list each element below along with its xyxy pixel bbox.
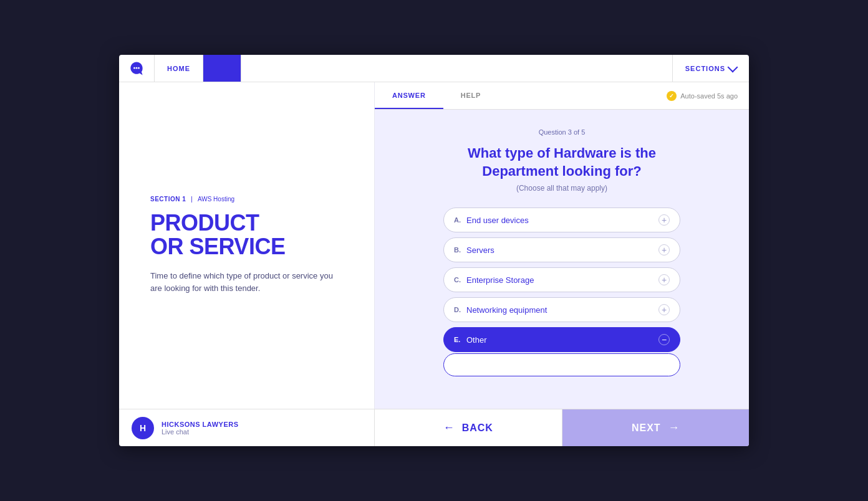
other-text-input[interactable] [443,353,680,376]
option-letter: E. [454,336,466,343]
arrow-right-icon: → [668,421,680,434]
option-text: Enterprise Storage [466,275,658,285]
next-label: NEXT [632,422,661,434]
user-name: HICKSONS LAWYERS [162,421,239,428]
avatar: H [132,417,154,439]
section-number: SECTION 1 [150,196,186,203]
option-letter: A. [454,216,466,224]
sections-button[interactable]: SECTIONS [672,55,749,82]
svg-point-2 [138,67,140,69]
question-area: Question 3 of 5 What type of Hardware is… [375,110,749,409]
right-panel: ANSWER HELP ✓ Auto-saved 5s ago Question… [375,82,749,409]
option-item-c[interactable]: C.Enterprise Storage+ [443,267,680,292]
option-item-e[interactable]: E.Other− [443,327,680,352]
option-letter: B. [454,246,466,254]
nav-logo [119,55,155,82]
question-hint: (Choose all that may apply) [516,184,607,193]
option-item-a[interactable]: A.End user devices+ [443,208,680,232]
autosave-badge: ✓ Auto-saved 5s ago [655,91,749,101]
left-panel: SECTION 1 | AWS Hosting PRODUCT OR SERVI… [119,82,375,409]
plus-icon: + [658,274,670,285]
nav-active-tab [203,55,241,82]
option-text: End user devices [466,216,658,225]
svg-point-0 [133,67,135,69]
plus-icon: + [658,244,670,255]
option-letter: C. [454,276,466,284]
main-content: SECTION 1 | AWS Hosting PRODUCT OR SERVI… [119,82,749,409]
arrow-left-icon: ← [443,421,455,434]
question-counter: Question 3 of 5 [539,128,586,136]
page-title: PRODUCT OR SERVICE [150,211,343,259]
home-button[interactable]: HOME [155,55,203,82]
app-window: HOME SECTIONS SECTION 1 | AWS Hosting PR… [119,55,749,446]
footer-user-info: HICKSONS LAWYERS Live chat [162,421,239,436]
footer-left: H HICKSONS LAWYERS Live chat [119,409,375,446]
option-text: Other [466,335,658,345]
top-nav: HOME SECTIONS [119,55,749,82]
back-button[interactable]: ← BACK [375,409,562,446]
option-text: Networking equipment [466,305,658,315]
section-label: SECTION 1 | AWS Hosting [150,196,343,203]
option-item-d[interactable]: D.Networking equipment+ [443,297,680,322]
minus-icon: − [658,334,670,345]
footer-nav: ← BACK NEXT → [375,409,749,446]
page-description: Time to define which type of product or … [150,270,343,296]
option-letter: D. [454,306,466,313]
autosave-text: Auto-saved 5s ago [680,92,738,100]
option-text: Servers [466,246,658,255]
chevron-down-icon [728,62,738,72]
other-input-row [443,353,680,376]
logo-icon [128,60,145,77]
user-sub: Live chat [162,428,239,436]
back-label: BACK [462,422,493,434]
svg-point-1 [136,67,138,69]
options-list: A.End user devices+B.Servers+C.Enterpris… [443,208,680,352]
plus-icon: + [658,304,670,315]
tab-help[interactable]: HELP [443,82,499,109]
left-inner: SECTION 1 | AWS Hosting PRODUCT OR SERVI… [150,196,343,295]
section-sub-text: AWS Hosting [198,196,234,203]
autosave-check-icon: ✓ [667,91,677,101]
tab-answer[interactable]: ANSWER [375,82,443,109]
option-item-b[interactable]: B.Servers+ [443,237,680,262]
next-button[interactable]: NEXT → [562,409,750,446]
plus-icon: + [658,214,670,226]
question-title: What type of Hardware is the Department … [450,145,674,180]
tabs-bar: ANSWER HELP ✓ Auto-saved 5s ago [375,82,749,110]
section-pipe: | [191,196,193,203]
footer: H HICKSONS LAWYERS Live chat ← BACK NEXT… [119,409,749,446]
